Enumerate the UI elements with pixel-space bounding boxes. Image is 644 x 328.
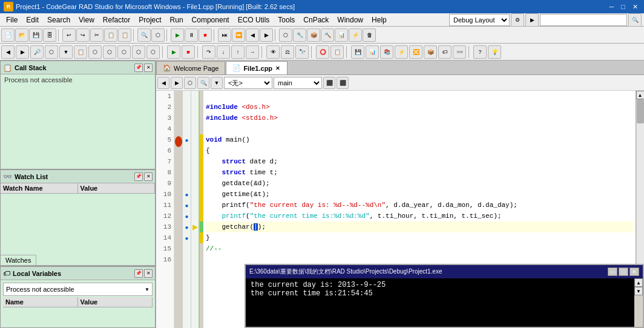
watch-close-btn[interactable]: ✕: [144, 172, 153, 181]
db-watch-list[interactable]: 👓: [453, 45, 466, 59]
ed-back-btn[interactable]: ◀: [157, 77, 169, 89]
watch-content[interactable]: [1, 194, 155, 255]
save-btn[interactable]: 💾: [29, 28, 42, 42]
db-step-into[interactable]: ↓: [217, 45, 230, 59]
call-stack-close-btn[interactable]: ✕: [144, 64, 153, 72]
db-mem[interactable]: 💾: [351, 45, 364, 59]
tb-btn3[interactable]: ✂: [90, 28, 104, 42]
function-combo[interactable]: main: [274, 77, 322, 89]
ed-btn4[interactable]: 🔍: [197, 77, 209, 89]
console-minimize-btn[interactable]: ─: [608, 267, 617, 276]
bp-16[interactable]: [174, 258, 182, 269]
db-event[interactable]: ⚡: [395, 45, 408, 59]
console-scroll-up[interactable]: ▲: [634, 278, 643, 287]
bp-14[interactable]: [174, 236, 182, 247]
search-go-btn[interactable]: 🔍: [628, 13, 642, 27]
tb-btn13[interactable]: 🔧: [293, 28, 306, 42]
db-local[interactable]: 🏷: [438, 45, 452, 59]
db-help[interactable]: ?: [473, 45, 487, 59]
bp-5[interactable]: [175, 136, 182, 147]
layout-btn2[interactable]: ▶: [525, 13, 539, 27]
bp-6[interactable]: [174, 149, 182, 160]
search-field[interactable]: [540, 14, 627, 26]
db-btn11[interactable]: ⬡: [146, 45, 160, 59]
db-btn3[interactable]: 🔎: [30, 45, 44, 59]
tb-btn4[interactable]: 📋: [104, 28, 117, 42]
tb-btn11[interactable]: ▶: [260, 28, 273, 42]
call-stack-pin-btn[interactable]: 📌: [134, 64, 143, 72]
db-inspect[interactable]: 👁: [266, 45, 280, 59]
tb-btn10[interactable]: ◀: [246, 28, 259, 42]
bp-3[interactable]: [174, 113, 182, 123]
tb-btn6[interactable]: 🔍: [137, 28, 151, 42]
ed-btn5[interactable]: ▼: [211, 77, 223, 89]
console-scroll-down[interactable]: ▼: [634, 287, 643, 295]
watch-pin-btn[interactable]: 📌: [134, 172, 143, 181]
db-btn4[interactable]: ⬡: [45, 45, 58, 59]
db-modules[interactable]: 📦: [424, 45, 437, 59]
layout-btn1[interactable]: ⚙: [511, 13, 524, 27]
bp-9[interactable]: [174, 182, 182, 192]
bp-13[interactable]: [174, 225, 182, 236]
db-run[interactable]: ▶: [167, 45, 180, 59]
ed-scope-btn[interactable]: ⬡: [184, 77, 196, 89]
menu-window[interactable]: Window: [334, 15, 367, 25]
maximize-btn[interactable]: □: [619, 3, 628, 10]
new-btn[interactable]: 📄: [1, 28, 15, 42]
bp-2[interactable]: [174, 102, 182, 113]
console-close-btn[interactable]: ✕: [629, 267, 639, 276]
menu-file[interactable]: File: [2, 15, 21, 25]
bp-15[interactable]: [174, 247, 182, 258]
db-btn1[interactable]: ◀: [1, 45, 15, 59]
db-stop[interactable]: ■: [182, 45, 195, 59]
tb-btn1[interactable]: ↩: [62, 28, 76, 42]
process-dropdown[interactable]: Process not accessible ▼: [3, 283, 153, 296]
tb-btn8[interactable]: ⏭: [218, 28, 231, 42]
tb-btn15[interactable]: 🔨: [321, 28, 334, 42]
db-btn8[interactable]: ⬡: [103, 45, 116, 59]
db-btn2[interactable]: ▶: [16, 45, 29, 59]
menu-eco-utils[interactable]: ECO Utils: [234, 15, 274, 25]
run-btn[interactable]: ▶: [171, 28, 184, 42]
tb-btn17[interactable]: ⚡: [349, 28, 362, 42]
menu-edit[interactable]: Edit: [22, 15, 42, 25]
local-vars-close-btn[interactable]: ✕: [144, 269, 153, 278]
scroll-up-btn[interactable]: ▲: [636, 91, 645, 99]
db-watch[interactable]: 🔭: [295, 45, 309, 59]
bp-10[interactable]: [174, 192, 182, 203]
db-btn9[interactable]: ⬡: [117, 45, 131, 59]
open-btn[interactable]: 📂: [15, 28, 28, 42]
db-bp[interactable]: ⭕: [316, 45, 329, 59]
menu-cnpack[interactable]: CnPack: [300, 15, 332, 25]
minimize-btn[interactable]: ─: [607, 3, 617, 10]
tb-btn14[interactable]: 📦: [307, 28, 320, 42]
db-run-to-cursor[interactable]: →: [246, 45, 259, 59]
tb-btn2[interactable]: ↪: [76, 28, 90, 42]
db-call-stk[interactable]: 📚: [380, 45, 393, 59]
stop-btn[interactable]: ■: [199, 28, 212, 42]
menu-tools[interactable]: Tools: [274, 15, 298, 25]
menu-component[interactable]: Component: [188, 15, 233, 25]
db-reg[interactable]: 📊: [366, 45, 379, 59]
scroll-thumb[interactable]: [637, 99, 644, 123]
db-threads[interactable]: 🔀: [409, 45, 422, 59]
close-btn[interactable]: ✕: [630, 3, 640, 11]
bp-8[interactable]: [174, 171, 182, 182]
db-btn5[interactable]: ▼: [59, 45, 73, 59]
menu-run[interactable]: Run: [166, 15, 187, 25]
tb-btn16[interactable]: 📊: [335, 28, 348, 42]
save-all-btn[interactable]: 🗄: [43, 28, 56, 42]
tb-btn18[interactable]: 🗑: [363, 28, 376, 42]
bp-12[interactable]: [174, 214, 182, 225]
bp-11[interactable]: [174, 203, 182, 214]
db-step-out[interactable]: ↑: [231, 45, 245, 59]
tb-btn7[interactable]: ⬡: [151, 28, 165, 42]
ed-fwd-btn[interactable]: ▶: [171, 77, 183, 89]
tb-btn12[interactable]: ⬡: [279, 28, 292, 42]
db-info[interactable]: 💡: [488, 45, 501, 59]
layout-dropdown[interactable]: Debug Layout: [449, 14, 510, 26]
scope-combo[interactable]: <无>: [224, 77, 272, 89]
ed-align-left[interactable]: ⬛: [323, 77, 335, 89]
menu-help[interactable]: Help: [368, 15, 390, 25]
db-step-over[interactable]: ↷: [202, 45, 215, 59]
